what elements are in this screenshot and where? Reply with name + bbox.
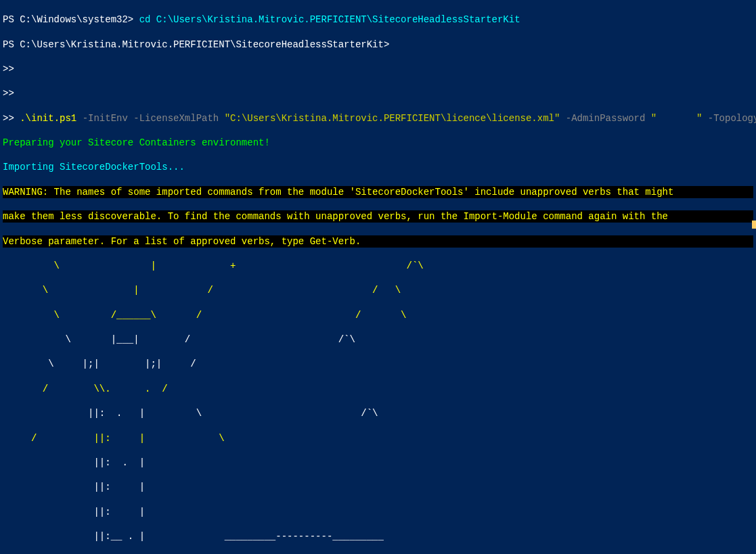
ascii-art: \ | / / \ bbox=[3, 284, 753, 296]
ascii-art: ||: . | bbox=[3, 457, 753, 469]
status-preparing: Preparing your Sitecore Containers envir… bbox=[3, 137, 753, 149]
ascii-art: \ |;| |;| / bbox=[3, 358, 753, 370]
ascii-art: \ | + /`\ bbox=[3, 260, 753, 272]
ascii-art: ||: . | \ /`\ bbox=[3, 407, 753, 419]
powershell-terminal[interactable]: PS C:\Windows\system32> cd C:\Users\Kris… bbox=[0, 0, 756, 554]
ascii-art: / \\. . / bbox=[3, 383, 753, 395]
ascii-art: \ |___| / /`\ bbox=[3, 333, 753, 346]
status-importing: Importing SitecoreDockerTools... bbox=[3, 161, 753, 173]
ascii-art: ||: | bbox=[3, 506, 753, 518]
warning-line-3: Verbose parameter. For a list of approve… bbox=[3, 235, 753, 248]
prompt-continuation: >> bbox=[3, 63, 753, 75]
prompt-continuation: >> bbox=[3, 87, 753, 99]
ascii-art: / ||: | \ bbox=[3, 432, 753, 444]
scrollbar-thumb[interactable] bbox=[752, 221, 756, 229]
warning-line-2: make them less discoverable. To find the… bbox=[3, 210, 753, 223]
prompt-line-1: PS C:\Windows\system32> cd C:\Users\Kris… bbox=[3, 14, 520, 25]
ascii-art: \ /______\ / / \ bbox=[3, 309, 753, 321]
prompt-line-2: PS C:\Users\Kristina.Mitrovic.PERFICIENT… bbox=[3, 39, 753, 51]
warning-line-1: WARNING: The names of some imported comm… bbox=[3, 186, 753, 198]
ascii-art: ||: | bbox=[3, 481, 753, 493]
ascii-art: ||:__ . | _________----------_________ bbox=[3, 530, 753, 543]
command-line: >> .\init.ps1 -InitEnv -LicenseXmlPath "… bbox=[3, 112, 753, 124]
